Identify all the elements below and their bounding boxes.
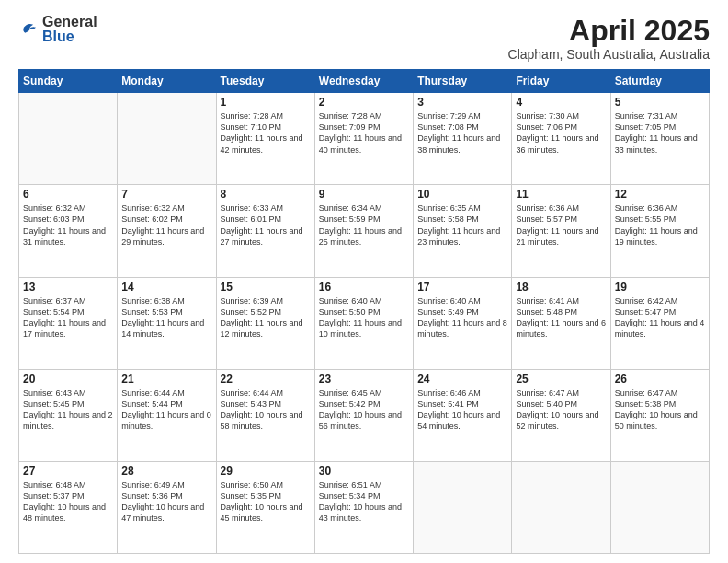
calendar-cell: 29Sunrise: 6:50 AMSunset: 5:35 PMDayligh… — [216, 461, 314, 553]
calendar-cell: 18Sunrise: 6:41 AMSunset: 5:48 PMDayligh… — [512, 277, 610, 369]
calendar-cell: 3Sunrise: 7:29 AMSunset: 7:08 PMDaylight… — [414, 93, 512, 185]
day-info: Sunrise: 7:31 AMSunset: 7:05 PMDaylight:… — [615, 110, 705, 155]
logo-text: General Blue — [42, 15, 97, 44]
day-info: Sunrise: 6:40 AMSunset: 5:49 PMDaylight:… — [417, 295, 507, 340]
day-number: 12 — [615, 188, 705, 201]
calendar-cell — [512, 461, 610, 553]
day-info: Sunrise: 6:37 AMSunset: 5:54 PMDaylight:… — [23, 295, 113, 340]
day-number: 18 — [516, 281, 606, 293]
day-info: Sunrise: 6:44 AMSunset: 5:43 PMDaylight:… — [221, 387, 311, 432]
day-info: Sunrise: 6:34 AMSunset: 5:59 PMDaylight:… — [319, 202, 409, 247]
day-number: 26 — [615, 373, 705, 385]
calendar-cell: 28Sunrise: 6:49 AMSunset: 5:36 PMDayligh… — [118, 461, 216, 553]
day-number: 8 — [221, 188, 311, 201]
logo-blue: Blue — [42, 29, 97, 44]
calendar-cell: 30Sunrise: 6:51 AMSunset: 5:34 PMDayligh… — [314, 461, 413, 553]
col-friday: Friday — [512, 70, 610, 93]
day-info: Sunrise: 7:28 AMSunset: 7:10 PMDaylight:… — [221, 110, 311, 155]
day-info: Sunrise: 6:45 AMSunset: 5:42 PMDaylight:… — [319, 387, 409, 432]
location-title: Clapham, South Australia, Australia — [508, 47, 710, 62]
day-info: Sunrise: 6:47 AMSunset: 5:40 PMDaylight:… — [516, 387, 606, 432]
logo-general: General — [42, 15, 97, 29]
day-number: 25 — [516, 373, 606, 385]
calendar-week-row-1: 1Sunrise: 7:28 AMSunset: 7:10 PMDaylight… — [19, 93, 710, 185]
day-number: 4 — [516, 96, 606, 109]
calendar-week-row-5: 27Sunrise: 6:48 AMSunset: 5:37 PMDayligh… — [19, 461, 710, 553]
day-info: Sunrise: 7:30 AMSunset: 7:06 PMDaylight:… — [516, 110, 606, 155]
calendar-cell — [19, 93, 118, 185]
day-info: Sunrise: 6:35 AMSunset: 5:58 PMDaylight:… — [417, 202, 507, 247]
day-number: 21 — [121, 373, 211, 385]
day-number: 30 — [319, 465, 409, 477]
col-wednesday: Wednesday — [314, 70, 413, 93]
calendar-cell — [118, 93, 216, 185]
day-number: 6 — [23, 188, 113, 201]
calendar-cell: 20Sunrise: 6:43 AMSunset: 5:45 PMDayligh… — [19, 369, 118, 461]
day-info: Sunrise: 6:46 AMSunset: 5:41 PMDaylight:… — [417, 387, 507, 432]
day-number: 5 — [615, 96, 705, 109]
day-info: Sunrise: 6:36 AMSunset: 5:55 PMDaylight:… — [615, 202, 705, 247]
col-saturday: Saturday — [610, 70, 709, 93]
calendar-cell — [610, 461, 709, 553]
calendar-cell: 25Sunrise: 6:47 AMSunset: 5:40 PMDayligh… — [512, 369, 610, 461]
logo-bird-icon — [18, 19, 39, 40]
day-info: Sunrise: 6:42 AMSunset: 5:47 PMDaylight:… — [615, 295, 705, 340]
col-tuesday: Tuesday — [216, 70, 314, 93]
calendar-cell: 6Sunrise: 6:32 AMSunset: 6:03 PMDaylight… — [19, 185, 118, 277]
day-number: 10 — [417, 188, 507, 201]
calendar-cell: 24Sunrise: 6:46 AMSunset: 5:41 PMDayligh… — [414, 369, 512, 461]
calendar-cell: 12Sunrise: 6:36 AMSunset: 5:55 PMDayligh… — [610, 185, 709, 277]
day-number: 24 — [417, 373, 507, 385]
day-number: 27 — [23, 465, 113, 477]
day-info: Sunrise: 6:40 AMSunset: 5:50 PMDaylight:… — [319, 295, 409, 340]
header: General Blue April 2025 Clapham, South A… — [18, 15, 710, 62]
day-number: 17 — [417, 281, 507, 293]
calendar-cell: 14Sunrise: 6:38 AMSunset: 5:53 PMDayligh… — [118, 277, 216, 369]
day-info: Sunrise: 6:38 AMSunset: 5:53 PMDaylight:… — [121, 295, 211, 340]
page: General Blue April 2025 Clapham, South A… — [0, 0, 728, 563]
col-monday: Monday — [118, 70, 216, 93]
calendar-cell: 15Sunrise: 6:39 AMSunset: 5:52 PMDayligh… — [216, 277, 314, 369]
day-info: Sunrise: 6:48 AMSunset: 5:37 PMDaylight:… — [23, 479, 113, 524]
calendar-cell: 22Sunrise: 6:44 AMSunset: 5:43 PMDayligh… — [216, 369, 314, 461]
calendar-cell: 10Sunrise: 6:35 AMSunset: 5:58 PMDayligh… — [414, 185, 512, 277]
day-info: Sunrise: 6:43 AMSunset: 5:45 PMDaylight:… — [23, 387, 113, 432]
day-number: 20 — [23, 373, 113, 385]
day-info: Sunrise: 6:32 AMSunset: 6:03 PMDaylight:… — [23, 202, 113, 247]
day-number: 28 — [121, 465, 211, 477]
day-info: Sunrise: 6:41 AMSunset: 5:48 PMDaylight:… — [516, 295, 606, 340]
day-number: 23 — [319, 373, 409, 385]
calendar-cell: 21Sunrise: 6:44 AMSunset: 5:44 PMDayligh… — [118, 369, 216, 461]
col-thursday: Thursday — [414, 70, 512, 93]
day-info: Sunrise: 6:39 AMSunset: 5:52 PMDaylight:… — [221, 295, 311, 340]
day-number: 7 — [121, 188, 211, 201]
calendar-cell: 1Sunrise: 7:28 AMSunset: 7:10 PMDaylight… — [216, 93, 314, 185]
day-number: 19 — [615, 281, 705, 293]
calendar-cell: 11Sunrise: 6:36 AMSunset: 5:57 PMDayligh… — [512, 185, 610, 277]
col-sunday: Sunday — [19, 70, 118, 93]
calendar-cell: 23Sunrise: 6:45 AMSunset: 5:42 PMDayligh… — [314, 369, 413, 461]
day-number: 14 — [121, 281, 211, 293]
day-number: 3 — [417, 96, 507, 109]
calendar-header-row: Sunday Monday Tuesday Wednesday Thursday… — [19, 70, 710, 93]
calendar-cell: 26Sunrise: 6:47 AMSunset: 5:38 PMDayligh… — [610, 369, 709, 461]
day-info: Sunrise: 6:44 AMSunset: 5:44 PMDaylight:… — [121, 387, 211, 432]
day-number: 2 — [319, 96, 409, 109]
calendar-week-row-2: 6Sunrise: 6:32 AMSunset: 6:03 PMDaylight… — [19, 185, 710, 277]
day-info: Sunrise: 7:29 AMSunset: 7:08 PMDaylight:… — [417, 110, 507, 155]
calendar-cell: 19Sunrise: 6:42 AMSunset: 5:47 PMDayligh… — [610, 277, 709, 369]
day-info: Sunrise: 6:32 AMSunset: 6:02 PMDaylight:… — [121, 202, 211, 247]
calendar-table: Sunday Monday Tuesday Wednesday Thursday… — [18, 69, 710, 554]
calendar-cell — [414, 461, 512, 553]
calendar-cell: 8Sunrise: 6:33 AMSunset: 6:01 PMDaylight… — [216, 185, 314, 277]
day-info: Sunrise: 6:33 AMSunset: 6:01 PMDaylight:… — [221, 202, 311, 247]
calendar-cell: 17Sunrise: 6:40 AMSunset: 5:49 PMDayligh… — [414, 277, 512, 369]
calendar-cell: 13Sunrise: 6:37 AMSunset: 5:54 PMDayligh… — [19, 277, 118, 369]
day-number: 9 — [319, 188, 409, 201]
calendar-week-row-3: 13Sunrise: 6:37 AMSunset: 5:54 PMDayligh… — [19, 277, 710, 369]
calendar-cell: 4Sunrise: 7:30 AMSunset: 7:06 PMDaylight… — [512, 93, 610, 185]
day-number: 29 — [221, 465, 311, 477]
calendar-cell: 16Sunrise: 6:40 AMSunset: 5:50 PMDayligh… — [314, 277, 413, 369]
calendar-cell: 27Sunrise: 6:48 AMSunset: 5:37 PMDayligh… — [19, 461, 118, 553]
calendar-cell: 5Sunrise: 7:31 AMSunset: 7:05 PMDaylight… — [610, 93, 709, 185]
